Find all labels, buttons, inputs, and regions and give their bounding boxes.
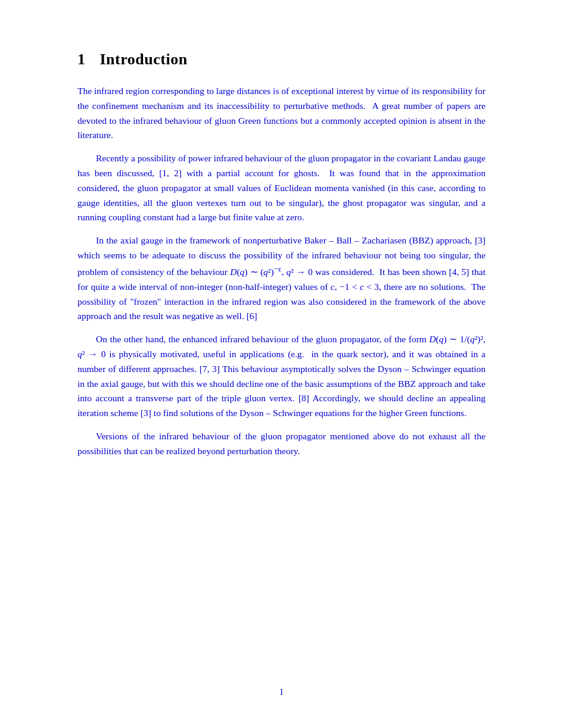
page: 1Introduction The infrared region corres… xyxy=(0,0,563,728)
paragraph-3: In the axial gauge in the framework of n… xyxy=(77,233,486,324)
page-number: 1 xyxy=(279,685,284,699)
section-title-text: Introduction xyxy=(100,51,188,68)
paragraph-2: Recently a possibility of power infrared… xyxy=(77,151,486,225)
p2-text: Recently a possibility of power infrared… xyxy=(77,153,486,222)
section-number: 1 xyxy=(77,51,86,68)
p5-text: Versions of the infrared behaviour of th… xyxy=(77,431,486,456)
section-heading: 1Introduction xyxy=(77,48,486,71)
p1-text: The infrared region corresponding to lar… xyxy=(77,86,486,140)
paragraph-4: On the other hand, the enhanced infrared… xyxy=(77,332,486,421)
paragraph-5: Versions of the infrared behaviour of th… xyxy=(77,429,486,459)
p4-text: On the other hand, the enhanced infrared… xyxy=(77,334,486,418)
paragraph-1: The infrared region corresponding to lar… xyxy=(77,84,486,143)
p3-text: In the axial gauge in the framework of n… xyxy=(77,235,486,321)
page-content: 1Introduction The infrared region corres… xyxy=(77,48,486,458)
